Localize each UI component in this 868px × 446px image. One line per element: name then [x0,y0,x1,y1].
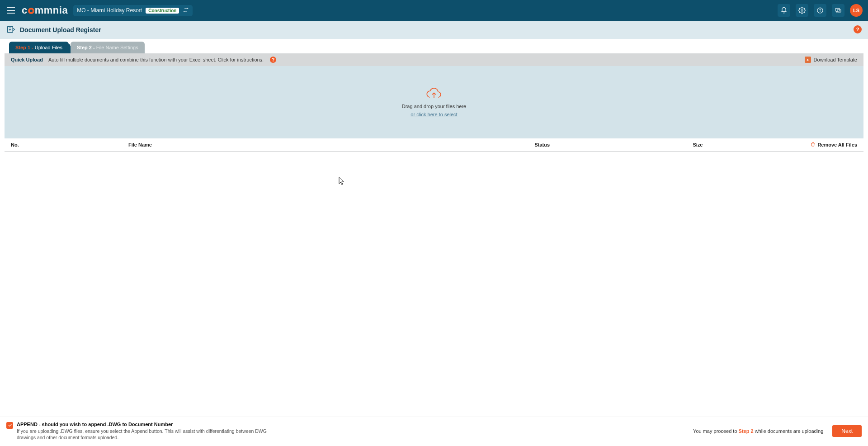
top-nav: cmmnia MO - Miami Holiday Resort Constru… [0,0,868,21]
remove-all-files-label: Remove All Files [817,142,857,147]
dropzone-link[interactable]: or click here to select [410,112,457,117]
app-logo[interactable]: cmmnia [22,5,68,16]
th-no: No. [11,142,128,147]
tab-step1-name: Upload Files [33,45,62,50]
settings-icon[interactable] [796,4,808,17]
swap-icon [183,7,189,14]
th-size: Size [693,142,810,147]
page-title: Document Upload Register [20,26,101,33]
dropzone-text: Drag and drop your files here [402,104,466,109]
help-icon[interactable] [814,4,826,17]
svg-rect-7 [837,9,841,12]
tab-step1-label: Step 1 - [15,45,33,50]
quick-upload-help-icon[interactable]: ? [270,57,276,63]
quick-upload-desc: Auto fill multiple documents and combine… [48,57,264,62]
file-table-header: No. File Name Status Size Remove All Fil… [5,138,863,152]
svg-point-3 [801,9,803,11]
project-switcher[interactable]: MO - Miami Holiday Resort Construction [73,5,193,16]
quick-upload-title: Quick Upload [11,57,43,62]
avatar-initials: LS [853,8,859,13]
excel-icon [805,57,811,63]
page-help-icon[interactable]: ? [854,25,862,33]
project-stage-badge: Construction [146,8,179,14]
quick-upload-bar: Quick Upload Auto fill multiple document… [5,53,863,66]
download-template-label: Download Template [814,57,857,62]
chat-icon[interactable] [832,4,844,17]
tab-step1[interactable]: Step 1 - Upload Files [9,42,69,53]
tab-step2-name: File Name Settings [95,45,138,50]
menu-icon[interactable] [5,5,16,16]
th-status: Status [534,142,693,147]
project-name: MO - Miami Holiday Resort [77,7,142,14]
document-register-icon [6,25,15,35]
tab-step2-label: Step 2 - [77,45,95,50]
download-template-button[interactable]: Download Template [805,57,857,63]
svg-point-5 [820,12,821,12]
file-dropzone[interactable]: Drag and drop your files here or click h… [5,66,863,138]
tab-step2[interactable]: Step 2 - File Name Settings [71,42,145,53]
remove-all-files-button[interactable]: Remove All Files [810,141,857,148]
notifications-icon[interactable] [778,4,790,17]
cloud-upload-icon [426,87,442,101]
trash-icon [810,141,816,148]
page-header: Document Upload Register ? [0,21,868,39]
step-tabs: Step 1 - Upload Files Step 2 - File Name… [5,39,863,53]
th-file-name: File Name [128,142,534,147]
user-avatar[interactable]: LS [850,4,863,17]
